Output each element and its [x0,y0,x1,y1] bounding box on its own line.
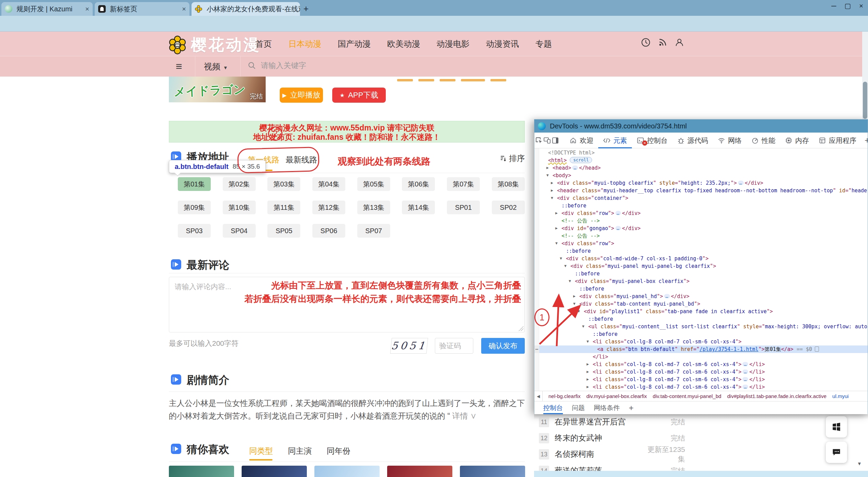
cover-thumbnail[interactable] [460,466,525,477]
tab-close-icon[interactable]: × [178,5,186,13]
nav-item-3[interactable]: 国产动漫 [329,38,379,49]
tree-expander-icon[interactable]: ▼ [546,172,549,179]
devtools-more-tabs-icon[interactable]: + [865,135,868,146]
episode-button[interactable]: 第09集 [178,201,211,214]
user-icon[interactable] [675,38,684,47]
windows-float-button[interactable] [826,416,847,438]
tab-close-icon[interactable]: × [81,5,89,13]
tree-expander-icon[interactable]: ▶ [587,361,589,368]
ranking-row[interactable]: 13名侦探柯南更新至1235集 [539,449,861,459]
nav-item-6[interactable]: 动漫资讯 [478,38,527,49]
devtools-tab-elements[interactable]: 元素 [598,133,632,148]
cover-thumbnail[interactable] [242,466,307,477]
dom-tree-line[interactable]: ▶<div class="myui-panel_hd">…</div> [539,293,868,300]
maximize-icon[interactable]: ▢ [844,2,851,10]
breadcrumb-item[interactable]: div.tab-content.myui-panel_bd [653,393,721,399]
tree-expander-icon[interactable]: ▼ [569,277,571,285]
ellipsis-expand-button[interactable]: … [742,385,748,389]
nav-item-2[interactable]: 日本动漫 [280,38,329,49]
devtools-titlebar[interactable]: DevTools - www.dm539.com/video/3754.html [534,120,868,133]
devtools-tab-network[interactable]: 网络 [713,133,747,148]
dom-tree-line[interactable]: ::before [539,315,868,323]
browser-tab-1[interactable]: 规则开发 | Kazumi × [1,2,93,16]
minimize-icon[interactable]: ─ [831,2,836,10]
tree-expander-icon[interactable]: ▼ [555,240,558,247]
drawer-tab-2[interactable]: 问题 [572,401,585,414]
tree-expander-icon[interactable]: ▶ [551,187,553,194]
ranking-row[interactable]: 12终末的女武神完结 [539,433,861,443]
search-input[interactable] [261,61,432,70]
dom-tree-line[interactable]: ▼<div class="myui-panel myui-panel-bg cl… [539,262,868,270]
episode-button[interactable]: SP05 [267,224,300,238]
synopsis-more-link[interactable]: 详情 ∨ [452,411,477,420]
episode-button[interactable]: 第04集 [312,177,345,191]
ellipsis-expand-button[interactable]: … [572,166,578,170]
episode-button[interactable]: 第12集 [312,201,345,214]
tree-expander-icon[interactable]: ▼ [551,194,553,202]
dom-tree-line[interactable]: ▼<li class="col-lg-8 col-md-7 col-sm-6 c… [539,338,868,345]
episode-button[interactable]: 第10集 [223,201,256,214]
dom-tree-line[interactable]: ▼<div class="row"> [539,240,868,247]
dom-tree-line[interactable]: ::before [539,270,868,277]
history-clock-icon[interactable] [641,38,650,47]
inspect-element-icon[interactable] [535,135,543,146]
dom-tree-line[interactable]: <!-- 公告 --> [539,232,868,240]
devtools-tab-memory[interactable]: 内存 [780,133,814,148]
devtools-tab-welcome[interactable]: 欢迎 [565,133,598,148]
devtools-tab-console[interactable]: ✕控制台 [632,133,672,148]
syntax-token[interactable]: /play/3754-1-1.html [699,346,759,352]
app-download-button[interactable]: ★APP下载 [332,88,386,103]
episode-button[interactable]: 第06集 [402,177,435,191]
new-tab-button[interactable]: + [303,3,309,14]
ellipsis-expand-button[interactable]: … [615,211,621,215]
tree-expander-icon[interactable]: ▼ [560,255,562,262]
drawer-tab-3[interactable]: 网络条件 [594,401,620,414]
tree-expander-icon[interactable]: ▶ [573,293,576,300]
dom-tree-line[interactable]: ▼<div class="container"> [539,194,868,202]
dom-tree-line[interactable]: <!DOCTYPE html> [539,149,868,157]
episode-button[interactable]: 第03集 [267,177,300,191]
nav-item-1[interactable]: 首页 [247,38,280,49]
devtools-tab-application[interactable]: 应用程序 [814,133,861,148]
scrollbar-down-icon[interactable]: ▼ [857,461,862,466]
episode-button[interactable]: SP02 [492,201,525,214]
episode-button[interactable]: 第11集 [267,201,300,214]
dom-tree-line[interactable]: ▶<header class="myui-header__top clearfi… [539,187,868,194]
tree-expander-icon[interactable]: ▼ [587,338,589,345]
dom-tree-line[interactable]: ▼<div class="myui-panel-box clearfix"> [539,277,868,285]
dom-tree-line[interactable]: ▼<body> [539,172,868,179]
menu-hamburger-icon[interactable]: ≡ [176,60,182,73]
dom-tree-line[interactable]: ▶<li class="col-lg-8 col-md-7 col-sm-6 c… [539,383,868,391]
cover-thumbnail[interactable] [387,466,452,477]
captcha-input[interactable] [435,338,473,354]
episode-button[interactable]: 第13集 [357,201,390,214]
ellipsis-expand-button[interactable]: … [742,362,748,366]
tree-expander-icon[interactable]: ▶ [546,164,549,172]
dom-tree-line[interactable]: ▶<li class="col-lg-8 col-md-7 col-sm-6 c… [539,368,868,376]
ellipsis-expand-button[interactable]: … [742,370,748,374]
dom-tree-line[interactable]: ▶<head>…</head> [539,164,868,172]
dom-tree-line[interactable]: ::before [539,330,868,338]
ellipsis-expand-button[interactable]: … [615,226,621,230]
episode-button[interactable]: 第08集 [492,177,525,191]
tree-expander-icon[interactable]: ▼ [582,323,585,330]
breadcrumb-scroll-left-icon[interactable]: ◀ [534,391,543,401]
devtools-tab-performance[interactable]: 性能 [747,133,780,148]
submit-comment-button[interactable]: 确认发布 [481,338,525,354]
browser-tab-2[interactable]: 新标签页 × [95,2,189,16]
dom-tree-line[interactable]: ▶<li class="col-lg-8 col-md-7 col-sm-6 c… [539,361,868,368]
breadcrumb-item[interactable]: div#playlist1.tab-pane.fade.in.clearfix.… [727,393,826,399]
episode-button[interactable]: 第05集 [357,177,390,191]
breadcrumb-item[interactable]: nel-bg.clearfix [548,393,580,399]
guess-tab-1[interactable]: 同类型 [249,446,273,461]
dom-tree-line[interactable]: ::before [539,202,868,209]
dom-tree-line[interactable]: <a class="btn btn-default" href="/play/3… [539,345,868,353]
dom-tree-line[interactable]: ▼<div id="playlist1" class="tab-pane fad… [539,308,868,315]
chat-float-button[interactable] [826,442,847,463]
dom-tree-line[interactable]: ::before [539,285,868,293]
dom-tree-line[interactable]: <html>scroll [539,157,868,164]
nav-item-4[interactable]: 欧美动漫 [379,38,428,49]
tree-expander-icon[interactable]: ▼ [573,300,576,308]
resize-handle[interactable] [519,326,523,331]
dom-tree-line[interactable]: ▶<li class="col-lg-8 col-md-7 col-sm-6 c… [539,376,868,383]
